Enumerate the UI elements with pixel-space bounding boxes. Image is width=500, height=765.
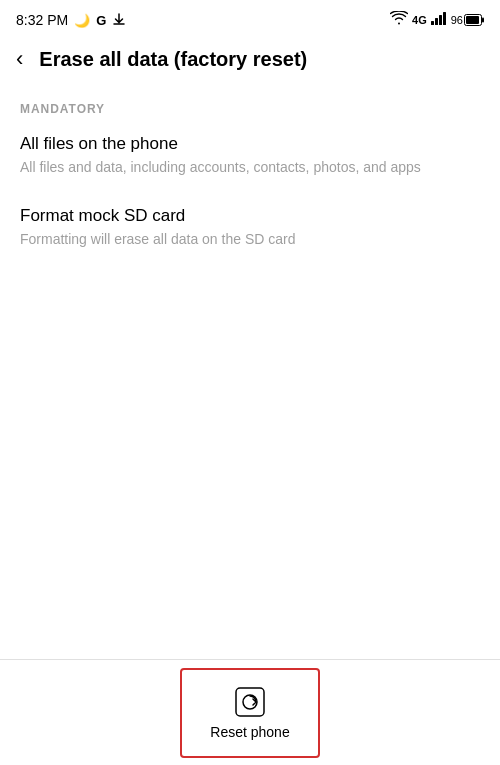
- format-sd-title: Format mock SD card: [20, 206, 480, 226]
- status-left: 8:32 PM 🌙 G: [16, 12, 126, 28]
- signal-bars-icon: [431, 11, 447, 29]
- 4g-icon: 4G: [412, 14, 427, 26]
- svg-rect-3: [443, 12, 446, 25]
- all-files-title: All files on the phone: [20, 134, 480, 154]
- all-files-item: All files on the phone All files and dat…: [20, 134, 480, 178]
- svg-rect-1: [435, 18, 438, 25]
- download-icon: [112, 13, 126, 27]
- moon-icon: 🌙: [74, 13, 90, 28]
- status-bar: 8:32 PM 🌙 G 4G: [0, 0, 500, 36]
- section-label: MANDATORY: [20, 102, 480, 116]
- battery-icon: 96: [451, 14, 484, 26]
- svg-rect-7: [236, 688, 264, 716]
- all-files-description: All files and data, including accounts, …: [20, 158, 480, 178]
- reset-phone-button[interactable]: Reset phone: [180, 668, 320, 758]
- content-area: MANDATORY All files on the phone All fil…: [0, 82, 500, 249]
- page-header: ‹ Erase all data (factory reset): [0, 36, 500, 82]
- page-title: Erase all data (factory reset): [39, 46, 307, 72]
- back-button[interactable]: ‹: [16, 48, 23, 70]
- format-sd-item: Format mock SD card Formatting will eras…: [20, 206, 480, 250]
- status-right: 4G 96: [390, 11, 484, 29]
- google-icon: G: [96, 13, 106, 28]
- reset-phone-icon: [234, 686, 266, 718]
- svg-rect-2: [439, 15, 442, 25]
- svg-point-8: [243, 695, 257, 709]
- battery-percent: 96: [451, 14, 463, 26]
- bottom-action-area: Reset phone: [0, 659, 500, 765]
- status-time: 8:32 PM: [16, 12, 68, 28]
- wifi-icon: [390, 11, 408, 29]
- format-sd-description: Formatting will erase all data on the SD…: [20, 230, 480, 250]
- reset-phone-label: Reset phone: [210, 724, 289, 740]
- svg-rect-6: [482, 18, 484, 23]
- svg-rect-5: [466, 16, 479, 24]
- svg-rect-0: [431, 21, 434, 25]
